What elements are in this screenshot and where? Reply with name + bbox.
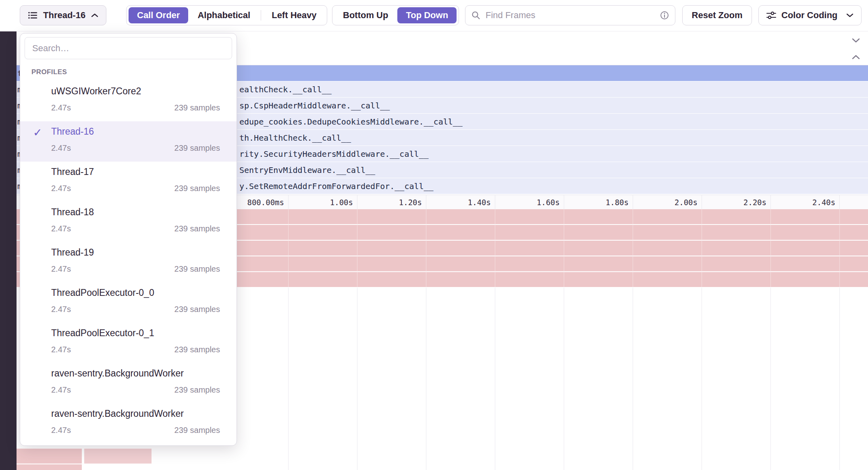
app-sidebar-strip [0,31,17,470]
info-icon[interactable] [660,10,669,20]
profile-item[interactable]: Thread-192.47s239 samples [20,242,237,283]
sliders-icon [766,10,777,21]
time-axis-label: 1.40s [430,198,491,207]
frame-label: y.SetRemoteAddrFromForwardedFor.__call__ [239,181,434,191]
profile-samples: 239 samples [174,345,220,354]
time-axis-label: 1.80s [568,198,629,207]
profile-duration: 2.47s [51,264,71,274]
time-axis-label: 2.00s [637,198,698,207]
profile-duration: 2.47s [51,143,71,153]
profile-name: Thread-16 [51,126,94,137]
search-icon [471,10,481,20]
section-collapse-chevron-down-icon[interactable] [851,37,861,43]
option-alphabetical[interactable]: Alphabetical [189,7,259,23]
profile-samples: 239 samples [174,143,220,153]
profiles-section-label: PROFILES [31,68,67,76]
profile-duration: 2.47s [51,426,71,435]
option-left-heavy[interactable]: Left Heavy [263,7,325,23]
profile-name: raven-sentry.BackgroundWorker [51,368,184,379]
profiles-search-input[interactable] [25,37,232,59]
profile-samples: 239 samples [174,103,220,112]
profile-samples: 239 samples [174,264,220,274]
profile-name: ThreadPoolExecutor-0_0 [51,287,154,298]
profiles-list: uWSGIWorker7Core22.47s239 samples✓Thread… [20,81,237,444]
time-axis-label: 2.40s [775,198,835,207]
flamegraph-deep-frame[interactable] [17,464,82,470]
color-coding-label: Color Coding [781,10,841,21]
profile-name: raven-sentry.BackgroundWorker [51,408,184,419]
option-top-down[interactable]: Top Down [397,7,457,23]
reset-zoom-label: Reset Zoom [692,10,743,21]
toolbar: Thread-16 Call OrderAlphabeticalLeft Hea… [0,0,868,31]
profile-item[interactable]: uWSGIWorker7Core22.47s239 samples [20,81,237,121]
thread-selector-button[interactable]: Thread-16 [20,5,106,25]
time-gridline-overlay [357,209,357,288]
divider [261,10,261,21]
profile-name: Thread-19 [51,247,94,258]
list-icon [27,10,38,21]
profile-item[interactable]: ThreadPoolExecutor-0_02.47s239 samples [20,283,237,323]
profile-duration: 2.47s [51,345,71,354]
profile-duration: 2.47s [51,305,71,314]
time-gridline-overlay [495,209,495,288]
option-bottom-up[interactable]: Bottom Up [334,7,397,23]
time-gridline-overlay [564,209,564,288]
time-gridline-overlay [288,209,289,288]
flamegraph-app: Thread-16 Call OrderAlphabeticalLeft Hea… [0,0,868,470]
profiles-dropdown: PROFILES uWSGIWorker7Core22.47s239 sampl… [20,33,237,446]
flamegraph-deep-frame[interactable] [84,449,152,464]
frame-label: th.HealthCheck.__call__ [239,133,351,143]
frame-label: rity.SecurityHeadersMiddleware.__call__ [239,149,429,159]
thread-selector-label: Thread-16 [43,10,85,21]
section-collapse-chevron-up-icon[interactable] [851,54,861,60]
profile-item[interactable]: Thread-182.47s239 samples [20,202,237,242]
profile-samples: 239 samples [174,426,220,435]
profile-samples: 239 samples [174,385,220,395]
reset-zoom-button[interactable]: Reset Zoom [682,5,752,25]
flamegraph-deep-frame[interactable] [17,449,82,464]
profile-duration: 2.47s [51,224,71,233]
profile-samples: 239 samples [174,224,220,233]
chevron-up-icon [91,13,99,18]
profile-duration: 2.47s [51,385,71,395]
time-axis-label: 2.20s [706,198,766,207]
option-call-order[interactable]: Call Order [129,7,188,23]
find-frames-input[interactable] [485,10,656,21]
profile-item[interactable]: ThreadPoolExecutor-0_12.47s239 samples [20,323,237,363]
frame-label: sp.CspHeaderMiddleware.__call__ [239,101,390,110]
time-gridline-overlay [839,209,840,288]
time-axis-label: 1.60s [499,198,560,207]
time-axis-label: 1.00s [293,198,353,207]
profile-duration: 2.47s [51,103,71,112]
frame-label: ealthCheck.__call__ [239,85,332,94]
find-frames-field[interactable] [465,5,675,25]
time-gridline-overlay [633,209,633,288]
time-gridline-overlay [770,209,771,288]
frame-label: edupe_cookies.DedupeCookiesMiddleware.__… [239,117,463,127]
chevron-down-icon [846,13,854,18]
profile-samples: 239 samples [174,305,220,314]
profile-name: ThreadPoolExecutor-0_1 [51,328,154,339]
profile-item[interactable]: Thread-172.47s239 samples [20,162,237,202]
profile-name: Thread-17 [51,166,94,177]
time-axis-label: 1.20s [361,198,422,207]
check-icon: ✓ [33,126,42,139]
direction-segmented-control: Bottom UpTop Down [332,5,459,25]
profile-item[interactable]: raven-sentry.BackgroundWorker2.47s239 sa… [20,363,237,403]
profile-samples: 239 samples [174,184,220,193]
profile-item[interactable]: ✓Thread-162.47s239 samples [20,121,237,162]
sort-order-segmented-control: Call OrderAlphabeticalLeft Heavy [126,5,327,25]
color-coding-button[interactable]: Color Coding [758,5,862,25]
profile-duration: 2.47s [51,184,71,193]
time-gridline-overlay [702,209,702,288]
frame-label: SentryEnvMiddleware.__call__ [239,165,375,175]
profile-item[interactable]: raven-sentry.BackgroundWorker2.47s239 sa… [20,403,237,444]
time-gridline-overlay [426,209,426,288]
profile-name: uWSGIWorker7Core2 [51,86,141,97]
profile-name: Thread-18 [51,207,94,218]
